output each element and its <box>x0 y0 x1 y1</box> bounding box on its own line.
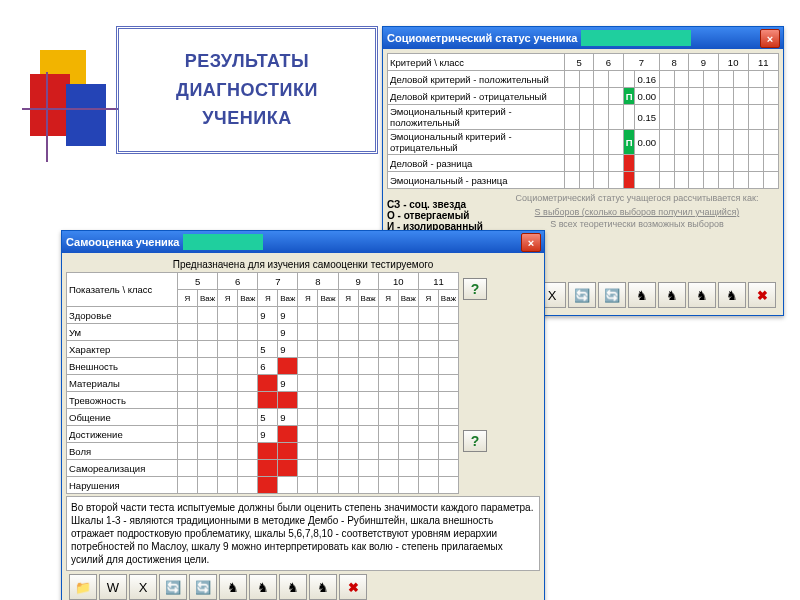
toolbar-button[interactable]: ♞ <box>249 574 277 600</box>
cell <box>278 477 298 494</box>
class-col: 6 <box>594 54 623 71</box>
row-label: Нарушения <box>67 477 178 494</box>
toolbar-button[interactable]: ♞ <box>309 574 337 600</box>
toolbar-button[interactable]: 🔄 <box>159 574 187 600</box>
window-selfassessment: Самооценка ученика × Предназначена для и… <box>61 230 545 600</box>
cell <box>278 443 298 460</box>
cell: 9 <box>278 307 298 324</box>
col-header: Критерий \ класс <box>388 54 565 71</box>
subcol: Я <box>298 290 318 307</box>
class-col: 6 <box>218 273 258 290</box>
row-label: Деловой критерий - положительный <box>388 71 565 88</box>
close-icon[interactable]: × <box>760 29 780 48</box>
window-title: Социометрический статус ученика <box>387 32 577 44</box>
toolbar-self: 📁WX🔄🔄♞♞♞♞✖ <box>66 571 540 600</box>
class-col: 11 <box>748 54 778 71</box>
titlebar-selfassessment[interactable]: Самооценка ученика × <box>62 231 544 253</box>
cell <box>258 443 278 460</box>
cell: 5 <box>258 409 278 426</box>
help-button[interactable]: ? <box>463 278 487 300</box>
toolbar-button[interactable]: 📁 <box>69 574 97 600</box>
row-label: Внешность <box>67 358 178 375</box>
subcol: Важ <box>238 290 258 307</box>
window-title: Самооценка ученика <box>66 236 179 248</box>
cell-value: 0.00 <box>635 88 660 105</box>
class-col: 8 <box>659 54 688 71</box>
cell <box>258 477 278 494</box>
toolbar-button[interactable]: W <box>99 574 127 600</box>
subcol: Я <box>338 290 358 307</box>
row-label: Здоровье <box>67 307 178 324</box>
toolbar-button[interactable]: ✖ <box>748 282 776 308</box>
row-label: Деловой - разница <box>388 155 565 172</box>
subcol: Я <box>258 290 278 307</box>
cell <box>258 460 278 477</box>
title-line-3: УЧЕНИКА <box>202 104 291 133</box>
toolbar-button[interactable]: ♞ <box>688 282 716 308</box>
toolbar-button[interactable]: ♞ <box>628 282 656 308</box>
close-icon[interactable]: × <box>521 233 541 252</box>
cell <box>278 358 298 375</box>
cell: 9 <box>278 409 298 426</box>
page-title: РЕЗУЛЬТАТЫ ДИАГНОСТИКИ УЧЕНИКА <box>116 26 378 154</box>
subcol: Я <box>218 290 238 307</box>
titlebar-sociometric[interactable]: Социометрический статус ученика × <box>383 27 783 49</box>
toolbar-button[interactable]: X <box>129 574 157 600</box>
cell-mark: П <box>623 130 635 155</box>
class-col: 7 <box>623 54 659 71</box>
row-label: Характер <box>67 341 178 358</box>
class-col: 10 <box>718 54 748 71</box>
self-table: Показатель \ класс567891011ЯВажЯВажЯВажЯ… <box>66 272 459 494</box>
toolbar-button[interactable]: ♞ <box>279 574 307 600</box>
cell-value: 0.15 <box>635 105 660 130</box>
toolbar-button[interactable]: ✖ <box>339 574 367 600</box>
row-label: Материалы <box>67 375 178 392</box>
cell <box>278 460 298 477</box>
cell-mark: П <box>623 88 635 105</box>
toolbar-button[interactable]: ♞ <box>718 282 746 308</box>
title-line-1: РЕЗУЛЬТАТЫ <box>185 47 309 76</box>
subcol: Важ <box>278 290 298 307</box>
cell: 9 <box>258 426 278 443</box>
row-label: Ум <box>67 324 178 341</box>
cell <box>258 392 278 409</box>
cell: 9 <box>278 324 298 341</box>
toolbar-button[interactable]: ♞ <box>658 282 686 308</box>
subcol: Я <box>178 290 198 307</box>
class-col: 7 <box>258 273 298 290</box>
cell: 9 <box>278 375 298 392</box>
subcol: Важ <box>198 290 218 307</box>
description-text: Во второй части теста испытуемые должны … <box>66 496 540 571</box>
toolbar-button[interactable]: 🔄 <box>568 282 596 308</box>
cell-value: 0.00 <box>635 130 660 155</box>
row-label: Эмоциональный критерий - положительный <box>388 105 565 130</box>
toolbar-button[interactable]: ♞ <box>219 574 247 600</box>
toolbar-button[interactable]: 🔄 <box>189 574 217 600</box>
cell <box>278 392 298 409</box>
class-col: 11 <box>418 273 458 290</box>
sociometric-table: Критерий \ класс567891011Деловой критери… <box>387 53 779 189</box>
row-label: Тревожность <box>67 392 178 409</box>
cell: 9 <box>258 307 278 324</box>
cell <box>278 426 298 443</box>
row-label: Эмоциональный - разница <box>388 172 565 189</box>
subcol: Важ <box>318 290 338 307</box>
class-col: 9 <box>689 54 718 71</box>
row-label: Общение <box>67 409 178 426</box>
subcol: Я <box>378 290 398 307</box>
row-label: Достижение <box>67 426 178 443</box>
cell <box>258 375 278 392</box>
cell: 9 <box>278 341 298 358</box>
help-button[interactable]: ? <box>463 430 487 452</box>
cell: 6 <box>258 358 278 375</box>
calc-note: Социометрический статус учащегося рассчи… <box>495 193 779 229</box>
row-label: Эмоциональный критерий - отрицательный <box>388 130 565 155</box>
cell-red <box>623 172 635 189</box>
class-col: 5 <box>565 54 594 71</box>
row-label: Самореализация <box>67 460 178 477</box>
class-col: 10 <box>378 273 418 290</box>
toolbar-button[interactable]: 🔄 <box>598 282 626 308</box>
row-label: Деловой критерий - отрицательный <box>388 88 565 105</box>
class-col: 9 <box>338 273 378 290</box>
cell: 5 <box>258 341 278 358</box>
